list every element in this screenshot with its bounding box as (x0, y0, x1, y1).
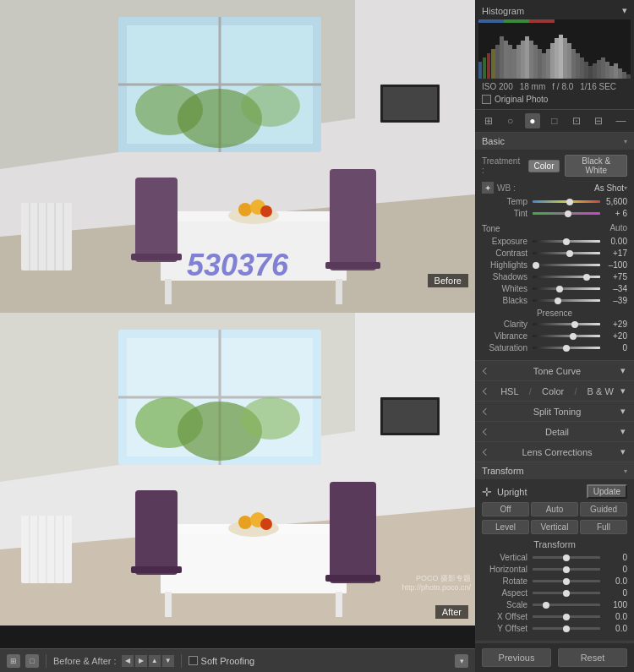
transform-panel-header[interactable]: Transform ▾ (475, 462, 634, 479)
vibrance-thumb[interactable] (570, 333, 577, 340)
original-photo-label: Original Photo (495, 95, 548, 104)
temp-slider-row: Temp 5,600 (482, 197, 627, 206)
auto-link[interactable]: Auto (609, 223, 627, 232)
saturation-row: Saturation 0 (482, 343, 627, 352)
yoffset-thumb[interactable] (563, 626, 570, 632)
color-label: Color (542, 386, 564, 396)
vert-row: Vertical 0 (482, 553, 627, 562)
arrow-left[interactable]: ◀ (122, 655, 134, 667)
svg-rect-52 (325, 575, 380, 582)
wb-dropdown[interactable]: ▾ (624, 184, 627, 192)
exposure-thumb[interactable] (563, 238, 570, 245)
arrow-up[interactable]: ▲ (149, 655, 161, 667)
rotate-thumb[interactable] (563, 578, 570, 585)
svg-rect-67 (500, 36, 504, 79)
upright-crosshair: ✛ (482, 485, 492, 499)
saturation-thumb[interactable] (563, 345, 570, 352)
svg-rect-65 (491, 49, 495, 79)
basic-panel-header[interactable]: Basic ▾ (475, 133, 634, 150)
previous-btn[interactable]: Previous (482, 648, 551, 667)
reset-btn[interactable]: Reset (558, 648, 627, 667)
histogram-arrow: ▾ (622, 5, 627, 16)
tool-hsl[interactable]: □ (547, 113, 562, 128)
tone-curve-panel[interactable]: Tone Curve ▾ (475, 361, 634, 381)
wb-value: As Shot (544, 183, 624, 193)
tool-adjust[interactable]: ● (525, 113, 540, 128)
xoffset-track (533, 615, 600, 618)
upright-auto-btn[interactable]: Auto (531, 502, 578, 516)
upright-guided-btn[interactable]: Guided (580, 502, 627, 516)
bottom-buttons: Previous Reset (475, 642, 634, 672)
wb-eyedropper[interactable]: ✦ (482, 182, 494, 194)
tool-histogram[interactable]: ⊞ (481, 113, 496, 128)
scale-row: Scale 100 (482, 600, 627, 609)
aspect-thumb[interactable] (563, 590, 570, 597)
shadows-thumb[interactable] (583, 274, 590, 281)
upright-buttons-row1: Off Auto Guided (482, 502, 627, 516)
blacks-row: Blacks –39 (482, 296, 627, 305)
hsl-panel[interactable]: HSL / Color / B & W ▾ (475, 381, 634, 402)
blacks-value: –39 (600, 296, 627, 305)
xoffset-label: X Offset (482, 612, 533, 621)
whites-thumb[interactable] (556, 286, 563, 292)
svg-point-18 (260, 205, 272, 217)
svg-rect-19 (135, 178, 178, 262)
update-btn[interactable]: Update (587, 484, 627, 499)
hsl-sep2: / (574, 386, 577, 396)
blacks-label: Blacks (482, 296, 533, 305)
blacks-thumb[interactable] (555, 298, 561, 304)
toolbar-dropdown[interactable]: ▾ (455, 654, 468, 668)
upright-full-btn[interactable]: Full (580, 520, 627, 534)
yoffset-track (533, 627, 600, 630)
split-toning-panel[interactable]: Split Toning ▾ (475, 402, 634, 422)
watermark-top: 530376 (187, 248, 288, 283)
arrow-down[interactable]: ▼ (162, 655, 174, 667)
before-after-label: Before & After : (53, 656, 117, 666)
toolbar-icon-2[interactable]: □ (25, 654, 39, 668)
temp-thumb[interactable] (566, 199, 573, 205)
upright-off-btn[interactable]: Off (482, 502, 529, 516)
svg-rect-71 (516, 45, 521, 79)
soft-proofing-checkbox[interactable] (189, 656, 198, 665)
tool-lens[interactable]: ⊡ (569, 113, 584, 128)
svg-rect-49 (135, 490, 178, 575)
histogram-chart (478, 19, 631, 79)
original-photo-checkbox[interactable] (482, 95, 491, 104)
upright-buttons-row2: Level Vertical Full (482, 520, 627, 534)
svg-rect-51 (330, 482, 376, 583)
upright-label: Upright (497, 487, 587, 497)
blacks-track (533, 299, 600, 302)
saturation-track (533, 347, 600, 349)
svg-point-39 (241, 397, 300, 440)
tool-effects[interactable]: — (613, 113, 628, 128)
arrow-right[interactable]: ▶ (135, 655, 147, 667)
svg-rect-75 (533, 45, 538, 79)
toolbar-icon-1[interactable]: ⊞ (7, 654, 20, 668)
contrast-thumb[interactable] (566, 250, 573, 257)
svg-rect-79 (550, 43, 555, 79)
tool-transform[interactable]: ⊟ (591, 113, 606, 128)
horiz-thumb[interactable] (563, 566, 570, 573)
whites-row: Whites –34 (482, 284, 627, 293)
treatment-label: Treatment : (482, 156, 523, 175)
highlights-row: Highlights –100 (482, 260, 627, 270)
vert-thumb[interactable] (563, 555, 570, 561)
vibrance-row: Vibrance +20 (482, 331, 627, 341)
rotate-track (533, 580, 600, 582)
highlights-thumb[interactable] (533, 262, 539, 269)
wb-row: ✦ WB : As Shot ▾ (482, 182, 627, 194)
aspect-track (533, 592, 600, 594)
tint-thumb[interactable] (565, 210, 571, 217)
clarity-thumb[interactable] (571, 321, 578, 328)
detail-panel[interactable]: Detail ▾ (475, 422, 634, 442)
bw-btn[interactable]: Black & White (565, 155, 627, 177)
exposure-row: Exposure 0.00 (482, 237, 627, 246)
lens-corrections-panel[interactable]: Lens Corrections ▾ (475, 442, 634, 462)
xoffset-thumb[interactable] (563, 614, 570, 620)
tool-crop[interactable]: ○ (503, 113, 518, 128)
upright-level-btn[interactable]: Level (482, 520, 529, 534)
upright-vertical-btn[interactable]: Vertical (531, 520, 578, 534)
color-btn[interactable]: Color (528, 160, 560, 172)
rotate-value: 0.0 (600, 576, 627, 586)
scale-thumb[interactable] (543, 602, 549, 609)
